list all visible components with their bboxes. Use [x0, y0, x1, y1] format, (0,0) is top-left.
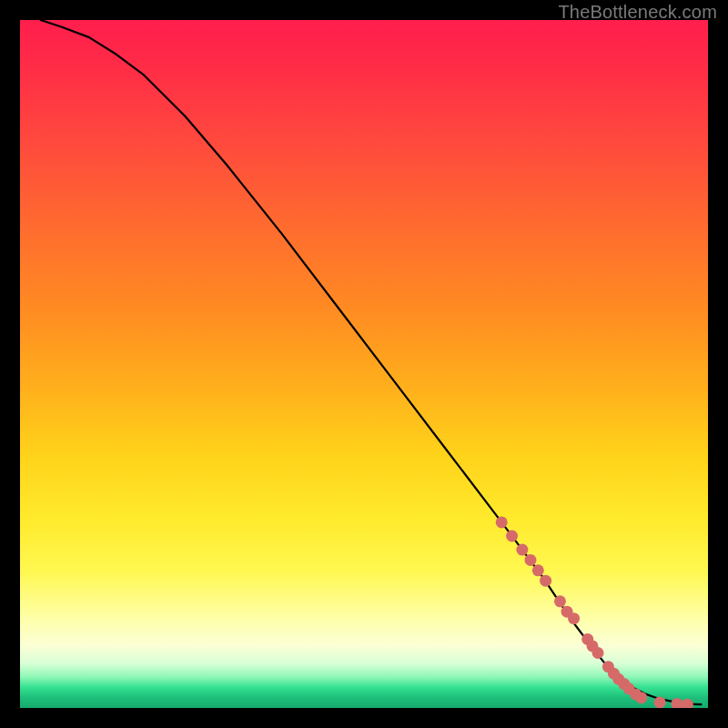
- watermark-text: TheBottleneck.com: [558, 2, 717, 23]
- data-point: [524, 554, 536, 566]
- data-point: [682, 699, 693, 708]
- data-point: [540, 575, 551, 587]
- data-point: [635, 692, 647, 703]
- curve-line: [41, 20, 702, 704]
- highlight-points: [496, 516, 693, 708]
- data-point: [506, 531, 518, 542]
- data-point: [554, 595, 566, 607]
- chart-frame: TheBottleneck.com: [0, 0, 728, 728]
- data-point: [516, 544, 528, 556]
- data-point: [654, 696, 666, 708]
- data-point: [496, 516, 508, 528]
- data-point: [568, 612, 580, 624]
- plot-background: [20, 20, 708, 708]
- data-point: [592, 647, 604, 659]
- data-point: [671, 698, 682, 708]
- chart-svg: [20, 20, 708, 708]
- data-point: [532, 564, 544, 576]
